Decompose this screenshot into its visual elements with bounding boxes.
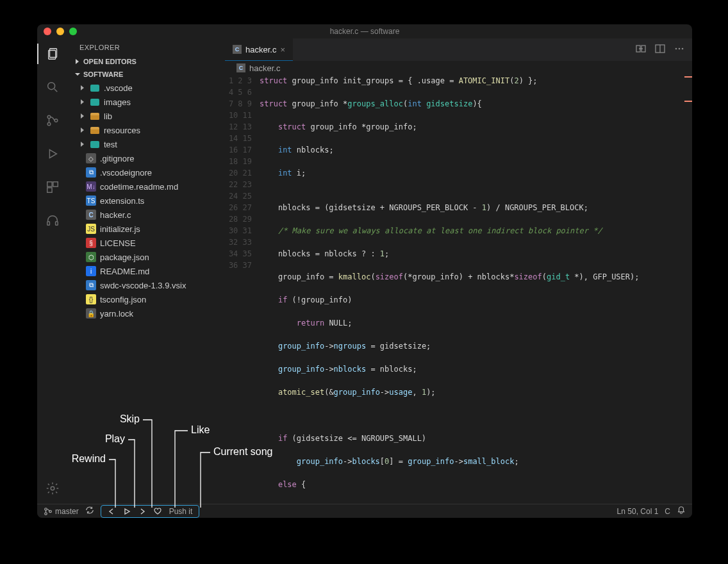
explorer-sidebar: EXPLORER OPEN EDITORS SOFTWARE .vscode i… [68, 38, 225, 504]
activity-debug-icon[interactable] [37, 144, 68, 164]
cursor-position[interactable]: Ln 50, Col 1 [617, 507, 659, 516]
window-close-button[interactable] [44, 28, 51, 35]
file-item[interactable]: Chacker.c [73, 208, 225, 222]
file-item[interactable]: iREADME.md [73, 264, 225, 278]
file-item[interactable]: JSinitializer.js [73, 222, 225, 236]
more-actions-icon[interactable] [674, 44, 684, 56]
like-button[interactable] [154, 508, 161, 515]
code-area[interactable]: 1 2 3 4 5 6 7 8 9 10 11 12 13 14 15 16 1… [225, 75, 692, 504]
window-titlebar: hacker.c — software [37, 24, 692, 38]
folder-item[interactable]: images [73, 95, 225, 109]
tree-label: .vscodeignore [100, 168, 152, 178]
notifications-bell-icon[interactable] [677, 506, 686, 517]
file-icon: i [86, 266, 96, 276]
svg-point-21 [45, 508, 47, 510]
activity-search-icon[interactable] [37, 77, 68, 97]
file-icon: 🔒 [86, 308, 96, 319]
svg-point-18 [675, 47, 677, 49]
file-icon: C [86, 210, 96, 220]
window-minimize-button[interactable] [56, 28, 64, 35]
tree-label: initializer.js [100, 224, 140, 234]
activity-extensions-icon[interactable] [37, 177, 68, 197]
vscode-window: hacker.c — software [37, 24, 692, 518]
file-item[interactable]: ⧉.vscodeignore [73, 165, 225, 179]
branch-indicator[interactable]: master [44, 507, 79, 516]
tree-label: images [104, 97, 131, 107]
open-editors-label: OPEN EDITORS [83, 58, 136, 65]
workspace-section[interactable]: SOFTWARE [68, 68, 225, 81]
tab-label: hacker.c [245, 45, 276, 54]
tree-label: README.md [100, 267, 149, 276]
breadcrumb-file: hacker.c [249, 63, 280, 73]
traffic-lights [44, 28, 77, 35]
activity-explorer-icon[interactable] [37, 44, 68, 64]
svg-rect-8 [47, 182, 52, 187]
tree-label: resources [104, 126, 140, 135]
svg-rect-11 [47, 222, 50, 226]
workspace-label: SOFTWARE [83, 70, 123, 78]
file-item[interactable]: ⧉swdc-vscode-1.3.9.vsix [73, 278, 225, 292]
tree-label: test [104, 140, 117, 149]
tree-label: LICENSE [100, 238, 136, 248]
folder-item[interactable]: .vscode [73, 81, 225, 95]
svg-point-5 [47, 122, 51, 126]
open-editors-section[interactable]: OPEN EDITORS [68, 55, 225, 68]
folder-item[interactable]: test [73, 137, 225, 151]
file-item[interactable]: M↓codetime.readme.md [73, 179, 225, 194]
svg-rect-12 [56, 222, 58, 226]
activity-headphones-icon[interactable] [37, 210, 68, 231]
file-icon: § [86, 238, 96, 248]
tab-hacker-c[interactable]: C hacker.c × [225, 38, 293, 61]
folder-item[interactable]: resources [73, 123, 225, 137]
svg-point-19 [679, 47, 681, 49]
svg-rect-9 [53, 182, 58, 187]
tree-label: tsconfig.json [100, 295, 146, 304]
folder-item[interactable]: lib [73, 109, 225, 123]
file-item[interactable]: §LICENSE [73, 236, 225, 250]
tree-label: hacker.c [100, 210, 131, 220]
tab-bar: C hacker.c × [225, 38, 692, 61]
window-zoom-button[interactable] [69, 28, 77, 35]
svg-point-6 [54, 119, 58, 122]
sync-icon[interactable] [85, 506, 94, 517]
file-icon: ⧉ [86, 167, 96, 178]
svg-point-4 [47, 115, 51, 119]
play-button[interactable] [123, 508, 131, 515]
branch-name: master [55, 507, 79, 516]
split-editor-icon[interactable] [655, 44, 665, 56]
status-bar: master Push it Ln 50, Col 1 C [37, 504, 692, 518]
current-song[interactable]: Push it [169, 507, 193, 516]
file-item[interactable]: {}tsconfig.json [73, 292, 225, 306]
file-item[interactable]: TSextension.ts [73, 194, 225, 208]
code-content[interactable]: struct group_info init_groups = { .usage… [260, 75, 684, 504]
folder-icon [90, 83, 100, 93]
file-item[interactable]: 🔒yarn.lock [73, 306, 225, 320]
file-icon: {} [86, 294, 96, 304]
file-icon: M↓ [86, 181, 96, 192]
file-icon: ◇ [86, 153, 96, 163]
file-icon: TS [86, 195, 96, 206]
skip-button[interactable] [138, 508, 146, 515]
compare-changes-icon[interactable] [636, 44, 646, 56]
minimap[interactable] [684, 75, 692, 504]
svg-point-2 [48, 83, 55, 90]
file-icon: C [236, 63, 245, 72]
activity-bar [37, 38, 68, 504]
file-tree: .vscode images lib resources test ◇.giti… [73, 81, 225, 320]
tree-label: .gitignore [100, 154, 134, 163]
rewind-button[interactable] [108, 508, 115, 515]
folder-icon [90, 111, 100, 121]
file-item[interactable]: ⬡package.json [73, 250, 225, 264]
window-title: hacker.c — software [37, 27, 692, 36]
tree-label: .vscode [104, 83, 133, 93]
tree-label: yarn.lock [100, 309, 133, 319]
language-mode[interactable]: C [665, 507, 670, 516]
activity-scm-icon[interactable] [37, 110, 68, 131]
svg-marker-7 [49, 150, 56, 158]
activity-settings-gear-icon[interactable] [37, 478, 68, 499]
file-item[interactable]: ◇.gitignore [73, 151, 225, 165]
folder-icon [90, 125, 100, 135]
tree-label: package.json [100, 253, 149, 262]
close-tab-icon[interactable]: × [280, 45, 285, 54]
breadcrumb[interactable]: C hacker.c [225, 61, 692, 75]
